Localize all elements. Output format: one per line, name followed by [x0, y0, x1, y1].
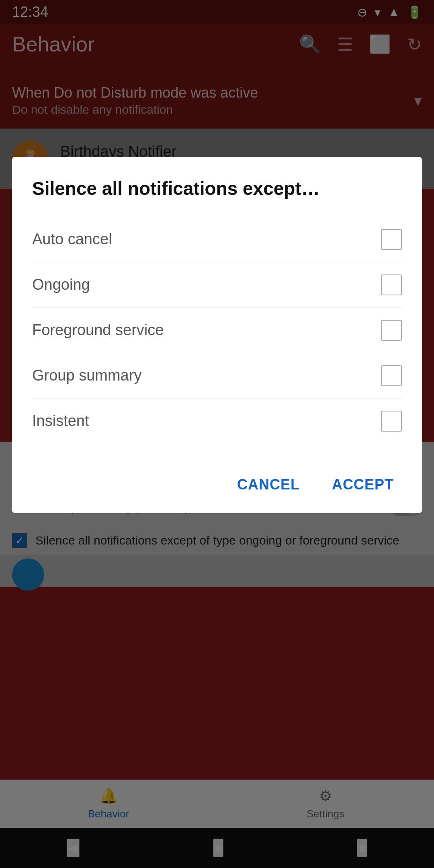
silence-dialog: Silence all notifications except… Auto c…: [12, 157, 422, 513]
checkbox-auto-cancel[interactable]: [381, 229, 402, 250]
checkbox-row-ongoing[interactable]: Ongoing: [32, 262, 402, 308]
cancel-button[interactable]: CANCEL: [229, 472, 308, 497]
checkbox-label-insistent: Insistent: [32, 412, 89, 430]
dialog-title: Silence all notifications except…: [32, 177, 402, 201]
checkbox-row-auto-cancel[interactable]: Auto cancel: [32, 217, 402, 262]
checkbox-row-foreground[interactable]: Foreground service: [32, 308, 402, 353]
accept-button[interactable]: ACCEPT: [324, 472, 402, 497]
checkbox-label-auto-cancel: Auto cancel: [32, 231, 112, 248]
checkbox-label-foreground: Foreground service: [32, 321, 164, 339]
checkbox-ongoing[interactable]: [381, 274, 402, 295]
dialog-buttons: CANCEL ACCEPT: [32, 464, 402, 497]
checkbox-label-ongoing: Ongoing: [32, 276, 90, 293]
checkbox-insistent[interactable]: [381, 411, 402, 432]
checkbox-row-insistent[interactable]: Insistent: [32, 399, 402, 444]
checkbox-label-group-summary: Group summary: [32, 367, 141, 384]
checkbox-group-summary[interactable]: [381, 365, 402, 386]
checkbox-foreground[interactable]: [381, 320, 402, 341]
checkbox-row-group-summary[interactable]: Group summary: [32, 353, 402, 399]
